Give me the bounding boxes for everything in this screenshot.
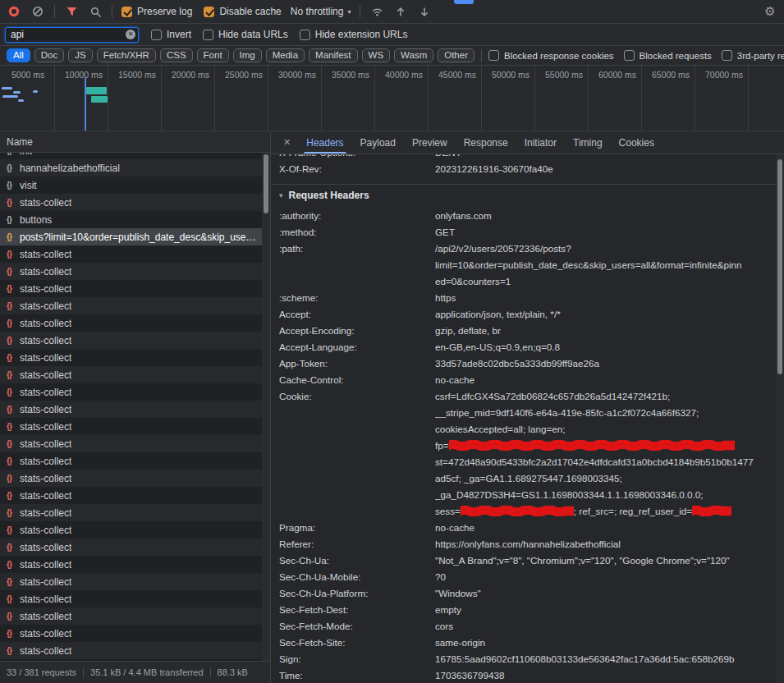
checkbox-preserve-log[interactable]: Preserve log — [121, 6, 192, 17]
request-row[interactable]: {}stats-collect — [0, 539, 270, 556]
request-row[interactable]: {}stats-collect — [0, 332, 270, 349]
request-row[interactable]: {}stats-collect — [0, 452, 270, 470]
request-row[interactable]: {}stats-collect — [0, 521, 270, 539]
checkbox-hide-extension-urls[interactable]: Hide extension URLs — [300, 29, 408, 40]
checkbox-blocked-response-cookies[interactable]: Blocked response cookies — [488, 50, 614, 61]
request-name: stats-collect — [20, 507, 71, 519]
name-column-header[interactable]: Name — [0, 131, 270, 153]
request-row[interactable]: {}stats-collect — [0, 383, 270, 401]
record-button[interactable] — [7, 4, 21, 19]
request-row[interactable]: {}stats-collect — [0, 418, 270, 435]
request-row[interactable]: {}posts?limit=10&order=publish_date_desc… — [0, 228, 270, 245]
request-name: stats-collect — [20, 473, 71, 484]
checkbox-disable-cache[interactable]: Disable cache — [204, 6, 281, 17]
filter-input[interactable] — [5, 27, 139, 43]
timeline-gridline — [641, 66, 642, 131]
request-row[interactable]: {}stats-collect — [0, 625, 270, 642]
redaction-scribble — [461, 506, 574, 516]
filter-chip-fetch-xhr[interactable]: Fetch/XHR — [97, 48, 156, 62]
filter-chip-ws[interactable]: WS — [362, 48, 391, 62]
scrollbar-thumb[interactable] — [264, 154, 268, 213]
scrollbar-thumb[interactable] — [777, 159, 782, 374]
header-row: Cookie:csrf=LdfcGX4Sa72db06824c657db26a5… — [279, 388, 764, 520]
request-row[interactable]: {}stats-collect — [0, 297, 270, 314]
network-conditions-icon[interactable] — [369, 4, 384, 19]
type-filter-bar: AllDocJSFetch/XHRCSSFontImgMediaManifest… — [0, 46, 784, 66]
tab-cookies[interactable]: Cookies — [611, 131, 663, 154]
request-row[interactable]: {}stats-collect — [0, 314, 270, 332]
checkbox-invert[interactable]: Invert — [151, 29, 191, 40]
tab-preview[interactable]: Preview — [404, 131, 456, 154]
clear-filter-icon[interactable]: ✕ — [126, 30, 135, 39]
request-row[interactable]: {}hannahelizabethofficial — [0, 159, 270, 176]
request-row[interactable]: {}stats-collect — [0, 435, 270, 452]
request-type-icon: {} — [7, 508, 20, 517]
filter-icon[interactable] — [64, 4, 79, 19]
request-row[interactable]: {}stats-collect — [0, 245, 270, 263]
requests-panel: Name {}init{}hannahelizabethofficial{}vi… — [0, 131, 271, 683]
header-value: /api2/v2/users/20572336/posts?limit=10&o… — [435, 241, 764, 290]
filter-chip-font[interactable]: Font — [197, 48, 229, 62]
request-headers-section-header[interactable]: ▾Request Headers — [271, 184, 784, 208]
header-value: gzip, deflate, br — [435, 323, 764, 339]
filter-chip-wasm[interactable]: Wasm — [394, 48, 433, 62]
clear-network-log-button[interactable] — [30, 4, 45, 19]
tab-payload[interactable]: Payload — [352, 131, 404, 154]
filter-chip-all[interactable]: All — [7, 48, 30, 62]
request-row[interactable]: {}stats-collect — [0, 607, 270, 625]
checkbox-3rd-party-requests[interactable]: 3rd-party requests — [722, 50, 784, 61]
header-row: Sec-Fetch-Site:same-origin — [279, 635, 764, 651]
details-scrollbar[interactable] — [776, 154, 784, 683]
tab-headers[interactable]: Headers — [298, 131, 351, 154]
request-row[interactable]: {}stats-collect — [0, 263, 270, 280]
request-row[interactable]: {}stats-collect — [0, 349, 270, 366]
request-row[interactable]: {}stats-collect — [0, 470, 270, 487]
request-row[interactable]: {}buttons — [0, 211, 270, 228]
request-row[interactable]: {}stats-collect — [0, 642, 270, 659]
request-row[interactable]: {}stats-collect — [0, 504, 270, 521]
checkbox-hide-data-urls[interactable]: Hide data URLs — [203, 29, 288, 40]
request-row[interactable]: {}stats-collect — [0, 556, 270, 573]
checkbox-box — [488, 50, 499, 61]
request-row[interactable]: {}stats-collect — [0, 487, 270, 504]
focus-highlight — [454, 0, 474, 4]
tab-timing[interactable]: Timing — [565, 131, 611, 154]
request-row[interactable]: {}stats-collect — [0, 280, 270, 297]
header-value: 33d57ade8c02dbc5a333db99ff9ae26a — [435, 355, 764, 372]
filter-chip-css[interactable]: CSS — [160, 48, 193, 62]
timeline-overview[interactable]: 5000 ms10000 ms15000 ms20000 ms25000 ms3… — [0, 66, 784, 131]
header-value: csrf=LdfcGX4Sa72db06824c657db26a5d142472… — [435, 388, 764, 520]
request-type-icon: {} — [7, 594, 20, 603]
request-row[interactable]: {}init — [0, 153, 270, 159]
search-icon[interactable] — [88, 4, 103, 19]
request-row[interactable]: {}visit — [0, 176, 270, 194]
filter-chip-other[interactable]: Other — [438, 48, 475, 62]
tab-initiator[interactable]: Initiator — [516, 131, 565, 154]
filter-chip-manifest[interactable]: Manifest — [309, 48, 357, 62]
checkbox-blocked-requests[interactable]: Blocked requests — [624, 50, 712, 61]
filter-chip-img[interactable]: Img — [233, 48, 262, 62]
request-type-icon: {} — [7, 163, 20, 172]
close-details-icon[interactable]: ✕ — [276, 137, 298, 148]
throttling-dropdown[interactable]: No throttling ▾ — [291, 6, 351, 17]
checkbox-box — [203, 30, 213, 40]
request-row[interactable]: {}stats-collect — [0, 401, 270, 418]
request-row[interactable]: {}stats-collect — [0, 573, 270, 590]
export-har-icon[interactable] — [417, 4, 432, 19]
network-main: Name {}init{}hannahelizabethofficial{}vi… — [0, 131, 784, 683]
filter-chip-js[interactable]: JS — [68, 48, 92, 62]
request-row[interactable]: {}stats-collect — [0, 366, 270, 383]
requests-scrollbar[interactable] — [262, 153, 270, 661]
filter-chip-doc[interactable]: Doc — [34, 48, 64, 62]
settings-gear-icon[interactable]: ⚙ — [763, 4, 777, 19]
header-row: :method:GET — [279, 224, 764, 241]
tab-response[interactable]: Response — [456, 131, 516, 154]
request-row[interactable]: {}stats-collect — [0, 590, 270, 607]
filter-chip-media[interactable]: Media — [266, 48, 305, 62]
timeline-gridline — [54, 66, 55, 131]
request-row[interactable]: {}stats-collect — [0, 194, 270, 211]
header-value: 202312261916-30670fa40e — [435, 161, 764, 177]
header-row: App-Token:33d57ade8c02dbc5a333db99ff9ae2… — [279, 355, 764, 372]
import-har-icon[interactable] — [393, 4, 408, 19]
header-row: :path:/api2/v2/users/20572336/posts?limi… — [279, 241, 764, 290]
